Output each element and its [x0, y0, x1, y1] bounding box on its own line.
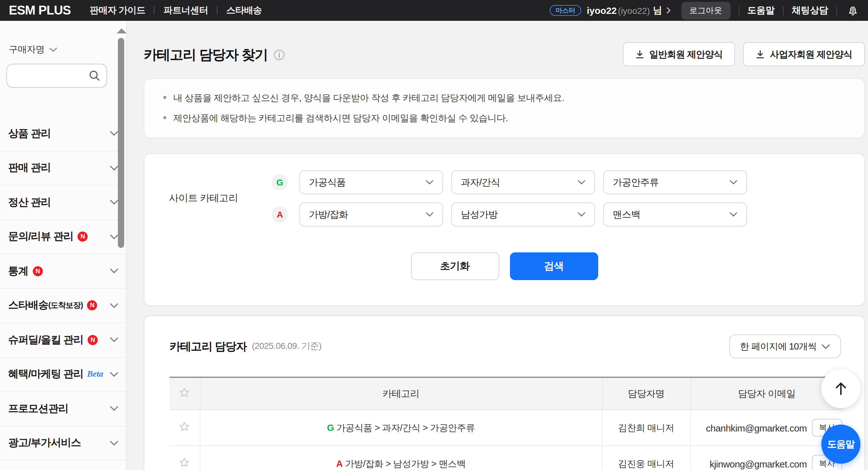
top-nav: 판매자 가이드 파트너센터 스타배송	[90, 4, 262, 17]
header-separator	[783, 6, 783, 15]
sidebar-item-ads-addon-services[interactable]: 광고/부가서비스	[0, 426, 126, 461]
auction-category-level1-select[interactable]: 가방/잡화	[300, 203, 443, 227]
results-section: 카테고리 담당자 (2025.06.09. 기준) 한 페이지에 10개씩 카테…	[144, 316, 865, 470]
chevron-down-icon	[110, 200, 119, 205]
sidebar-item-promotion-mgmt[interactable]: 프로모션관리	[0, 392, 126, 426]
new-badge: N	[33, 266, 43, 276]
search-icon[interactable]	[89, 70, 100, 81]
manager-name-cell: 김찬희 매니저	[602, 410, 690, 446]
chevron-down-icon	[110, 372, 119, 377]
logout-button[interactable]: 로그아웃	[681, 2, 730, 19]
username-suffix: 님	[653, 4, 662, 17]
manager-email-cell: chanhkim@gmarket.com 복사	[690, 410, 843, 446]
search-button[interactable]: 검색	[509, 252, 598, 280]
page-title-row: 카테고리 담당자 찾기 일반회원 제안양식 사업자회원 제안양식	[144, 42, 865, 66]
auction-site-icon: A	[272, 206, 288, 223]
notice-box: 내 상품을 제안하고 싶으신 경우, 양식을 다운받아 작성 후 카테고리 담당…	[144, 78, 865, 138]
arrow-up-icon	[833, 380, 849, 397]
auction-category-level2-select[interactable]: 남성가방	[451, 203, 595, 227]
user-menu[interactable]: iyoo22(iyoo22) 님	[587, 4, 671, 17]
chevron-down-icon	[426, 212, 434, 217]
new-badge: N	[78, 232, 88, 242]
sidebar-item-statistics[interactable]: 통계 N	[0, 254, 126, 289]
chevron-down-icon	[49, 47, 57, 52]
sidebar-item-sublabel: (도착보장)	[48, 300, 83, 311]
chevron-down-icon	[110, 131, 119, 137]
buyer-name-filter-dropdown[interactable]: 구매자명	[9, 43, 126, 56]
nav-separator	[154, 6, 155, 14]
manager-column-header: 담당자명	[602, 377, 690, 410]
header-separator	[836, 6, 837, 15]
gmarket-category-level1-select[interactable]: 가공식품	[300, 170, 443, 194]
esm-plus-logo[interactable]: ESM PLUS	[9, 3, 71, 18]
header-separator	[739, 6, 739, 15]
beta-badge: Beta	[87, 370, 103, 379]
help-link[interactable]: 도움말	[747, 4, 775, 17]
chevron-down-icon	[729, 212, 738, 217]
sidebar-item-superdeal-allkill-mgmt[interactable]: 슈퍼딜/올킬 관리 N	[0, 323, 126, 357]
reset-button[interactable]: 초기화	[411, 252, 499, 280]
chevron-right-icon	[666, 7, 671, 14]
category-search-form: 사이트 카테고리 G 가공식품 과자/간식 가공안주류	[144, 153, 865, 306]
sidebar-item-inquiry-review-mgmt[interactable]: 문의/리뷰 관리 N	[0, 220, 126, 254]
main-content: 카테고리 담당자 찾기 일반회원 제안양식 사업자회원 제안양식 내 상품을 제…	[127, 21, 868, 470]
gmarket-site-icon: G	[272, 174, 288, 190]
notification-count: 0	[846, 7, 859, 13]
sidebar-item-benefit-marketing-mgmt[interactable]: 혜택/마케팅 관리 Beta	[0, 357, 126, 392]
gmarket-site-letter: G	[327, 422, 334, 433]
info-icon[interactable]	[273, 49, 285, 61]
category-select-rows: G 가공식품 과자/간식 가공안주류	[272, 170, 747, 227]
chat-support-link[interactable]: 채팅상담	[792, 4, 828, 17]
esm-plus-page: ESM PLUS 판매자 가이드 파트너센터 스타배송 마스터 iyoo22(i…	[0, 0, 868, 470]
table-header-row: 카테고리 담당자명 담당자 이메일	[169, 377, 843, 410]
sidebar-item-star-delivery[interactable]: 스타배송 (도착보장) N	[0, 289, 126, 323]
auction-category-level3-select[interactable]: 맨스백	[603, 203, 747, 227]
sidebar-item-settlement-mgmt[interactable]: 정산 관리	[0, 185, 126, 220]
chevron-down-icon	[110, 406, 119, 412]
sidebar-scroll-up-arrow[interactable]	[117, 28, 127, 33]
top-header: ESM PLUS 판매자 가이드 파트너센터 스타배송 마스터 iyoo22(i…	[0, 0, 868, 21]
sidebar-item-product-mgmt[interactable]: 상품 관리	[0, 117, 126, 151]
auction-site-letter: A	[336, 458, 343, 468]
username: iyoo22	[587, 5, 617, 16]
notification-bell-icon[interactable]: 0	[846, 4, 859, 17]
chevron-down-icon	[110, 303, 119, 309]
sidebar-search-box	[6, 64, 107, 88]
business-member-form-download-button[interactable]: 사업자회원 제안양식	[744, 42, 865, 66]
nav-partner-center[interactable]: 파트너센터	[163, 4, 208, 17]
gmarket-category-level3-select[interactable]: 가공안주류	[603, 170, 747, 194]
manager-email-cell: kjinwong@gmarket.com 복사	[690, 446, 843, 470]
chevron-down-icon	[110, 440, 119, 446]
general-member-form-download-button[interactable]: 일반회원 제안양식	[623, 42, 735, 66]
new-badge: N	[87, 301, 97, 311]
manager-name-cell: 김진웅 매니저	[602, 446, 690, 470]
bullet-icon	[163, 116, 166, 119]
favorite-star-button[interactable]	[179, 457, 191, 469]
scroll-to-top-button[interactable]	[822, 369, 861, 408]
sidebar-item-travel-consult-mgmt[interactable]: 여행/상담상품 관리	[0, 461, 126, 470]
star-icon	[179, 421, 191, 433]
per-page-select[interactable]: 한 페이지에 10개씩	[729, 334, 841, 358]
floating-help-button[interactable]: 도움말	[822, 424, 861, 464]
sidebar-scrollbar-thumb[interactable]	[118, 38, 124, 248]
favorite-star-button[interactable]	[179, 421, 191, 433]
results-title: 카테고리 담당자	[169, 339, 247, 354]
buyer-name-filter-label: 구매자명	[9, 43, 45, 56]
chevron-down-icon	[110, 165, 119, 171]
chevron-down-icon	[578, 180, 586, 185]
username-id: (iyoo22)	[618, 5, 650, 16]
results-header: 카테고리 담당자 (2025.06.09. 기준) 한 페이지에 10개씩	[169, 316, 841, 377]
gmarket-category-level2-select[interactable]: 과자/간식	[451, 170, 595, 194]
category-path-cell: A가방/잡화 > 남성가방 > 맨스백	[200, 446, 602, 470]
form-actions: 초기화 검색	[144, 252, 864, 280]
nav-seller-guide[interactable]: 판매자 가이드	[90, 4, 145, 17]
chevron-down-icon	[110, 337, 119, 343]
sidebar-item-sales-mgmt[interactable]: 판매 관리	[0, 151, 126, 185]
header-right: 마스터 iyoo22(iyoo22) 님 로그아웃 도움말 채팅상담 0	[550, 2, 859, 19]
star-icon	[179, 387, 191, 399]
category-path-cell: G가공식품 > 과자/간식 > 가공안주류	[200, 410, 602, 446]
chevron-down-icon	[110, 268, 119, 274]
page-title: 카테고리 담당자 찾기	[144, 45, 268, 63]
nav-star-delivery[interactable]: 스타배송	[226, 4, 262, 17]
sidebar-search-input[interactable]	[13, 66, 88, 85]
